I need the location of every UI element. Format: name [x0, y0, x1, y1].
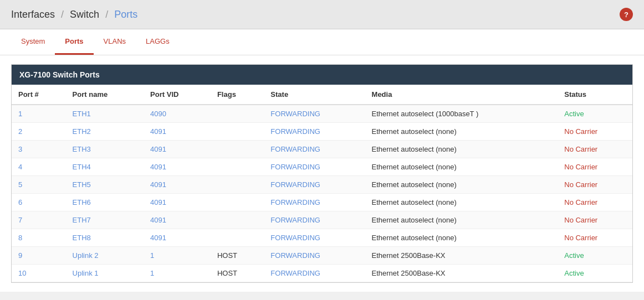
cell-flags: HOST [211, 247, 264, 265]
cell-port-name[interactable]: ETH3 [66, 141, 144, 158]
cell-status: No Carrier [558, 211, 632, 229]
cell-port-num[interactable]: 4 [12, 158, 66, 176]
cell-status: No Carrier [558, 176, 632, 194]
cell-port-name[interactable]: ETH7 [66, 211, 144, 229]
cell-flags: HOST [211, 265, 264, 282]
cell-status: No Carrier [558, 123, 632, 141]
cell-port-name[interactable]: ETH4 [66, 158, 144, 176]
cell-state: FORWARDING [264, 123, 365, 141]
col-status: Status [558, 85, 632, 105]
cell-media: Ethernet autoselect (none) [365, 176, 558, 194]
cell-media: Ethernet 2500Base-KX [365, 265, 558, 282]
cell-media: Ethernet autoselect (1000baseT ) [365, 105, 558, 123]
cell-state: FORWARDING [264, 229, 365, 247]
col-media: Media [365, 85, 558, 105]
breadcrumb-sep2: / [105, 9, 108, 20]
cell-port-num[interactable]: 5 [12, 176, 66, 194]
table-row: 9 Uplink 2 1 HOST FORWARDING Ethernet 25… [12, 247, 632, 265]
tabs: System Ports VLANs LAGGs [11, 29, 633, 55]
tab-vlans[interactable]: VLANs [94, 29, 136, 55]
cell-status: Active [558, 105, 632, 123]
cell-state: FORWARDING [264, 158, 365, 176]
cell-media: Ethernet autoselect (none) [365, 194, 558, 211]
cell-port-name[interactable]: ETH2 [66, 123, 144, 141]
cell-port-num[interactable]: 7 [12, 211, 66, 229]
col-flags: Flags [211, 85, 264, 105]
cell-port-vid: 4091 [144, 123, 211, 141]
cell-media: Ethernet autoselect (none) [365, 141, 558, 158]
cell-state: FORWARDING [264, 105, 365, 123]
content: XG-7100 Switch Ports Port # Port name Po… [0, 55, 644, 292]
cell-media: Ethernet autoselect (none) [365, 211, 558, 229]
cell-media: Ethernet 2500Base-KX [365, 247, 558, 265]
cell-status: No Carrier [558, 158, 632, 176]
cell-port-vid: 1 [144, 265, 211, 282]
tab-laggs[interactable]: LAGGs [136, 29, 180, 55]
cell-state: FORWARDING [264, 194, 365, 211]
table-row: 5 ETH5 4091 FORWARDING Ethernet autosele… [12, 176, 632, 194]
cell-status: Active [558, 265, 632, 282]
cell-port-vid: 4090 [144, 105, 211, 123]
table-body: 1 ETH1 4090 FORWARDING Ethernet autosele… [12, 105, 632, 282]
header: Interfaces / Switch / Ports ? [0, 0, 644, 29]
cell-flags [211, 141, 264, 158]
cell-port-name[interactable]: ETH6 [66, 194, 144, 211]
cell-port-num[interactable]: 10 [12, 265, 66, 282]
cell-media: Ethernet autoselect (none) [365, 123, 558, 141]
cell-status: No Carrier [558, 194, 632, 211]
cell-port-name[interactable]: ETH8 [66, 229, 144, 247]
cell-port-vid: 4091 [144, 141, 211, 158]
breadcrumb-interfaces[interactable]: Interfaces [11, 9, 55, 20]
cell-flags [211, 229, 264, 247]
cell-port-num[interactable]: 2 [12, 123, 66, 141]
cell-port-vid: 4091 [144, 176, 211, 194]
table-row: 10 Uplink 1 1 HOST FORWARDING Ethernet 2… [12, 265, 632, 282]
cell-port-vid: 4091 [144, 229, 211, 247]
table-row: 8 ETH8 4091 FORWARDING Ethernet autosele… [12, 229, 632, 247]
cell-port-num[interactable]: 9 [12, 247, 66, 265]
help-button[interactable]: ? [620, 8, 633, 21]
switch-ports-table-section: XG-7100 Switch Ports Port # Port name Po… [11, 64, 633, 283]
cell-status: Active [558, 247, 632, 265]
cell-flags [211, 105, 264, 123]
cell-state: FORWARDING [264, 141, 365, 158]
table-row: 3 ETH3 4091 FORWARDING Ethernet autosele… [12, 141, 632, 158]
col-port-name: Port name [66, 85, 144, 105]
cell-port-num[interactable]: 6 [12, 194, 66, 211]
table-row: 6 ETH6 4091 FORWARDING Ethernet autosele… [12, 194, 632, 211]
tabs-area: System Ports VLANs LAGGs [0, 29, 644, 55]
cell-state: FORWARDING [264, 265, 365, 282]
table-title: XG-7100 Switch Ports [12, 65, 632, 85]
cell-port-name[interactable]: ETH5 [66, 176, 144, 194]
cell-port-name[interactable]: ETH1 [66, 105, 144, 123]
cell-flags [211, 211, 264, 229]
col-port-vid: Port VID [144, 85, 211, 105]
cell-state: FORWARDING [264, 211, 365, 229]
cell-port-name[interactable]: Uplink 1 [66, 265, 144, 282]
breadcrumb-switch[interactable]: Switch [70, 9, 99, 20]
tab-ports[interactable]: Ports [55, 29, 93, 55]
tab-system[interactable]: System [11, 29, 55, 55]
col-port-num: Port # [12, 85, 66, 105]
cell-port-name[interactable]: Uplink 2 [66, 247, 144, 265]
cell-flags [211, 123, 264, 141]
table-header-row: Port # Port name Port VID Flags State Me… [12, 85, 632, 105]
table-row: 4 ETH4 4091 FORWARDING Ethernet autosele… [12, 158, 632, 176]
table-row: 7 ETH7 4091 FORWARDING Ethernet autosele… [12, 211, 632, 229]
col-state: State [264, 85, 365, 105]
breadcrumb-ports: Ports [114, 9, 137, 20]
cell-port-vid: 4091 [144, 194, 211, 211]
cell-media: Ethernet autoselect (none) [365, 158, 558, 176]
cell-port-vid: 4091 [144, 158, 211, 176]
cell-port-num[interactable]: 8 [12, 229, 66, 247]
cell-port-num[interactable]: 1 [12, 105, 66, 123]
cell-flags [211, 176, 264, 194]
ports-table: Port # Port name Port VID Flags State Me… [12, 85, 632, 282]
cell-port-vid: 1 [144, 247, 211, 265]
cell-flags [211, 158, 264, 176]
cell-flags [211, 194, 264, 211]
breadcrumb-sep1: / [61, 9, 64, 20]
cell-status: No Carrier [558, 141, 632, 158]
cell-port-num[interactable]: 3 [12, 141, 66, 158]
cell-port-vid: 4091 [144, 211, 211, 229]
